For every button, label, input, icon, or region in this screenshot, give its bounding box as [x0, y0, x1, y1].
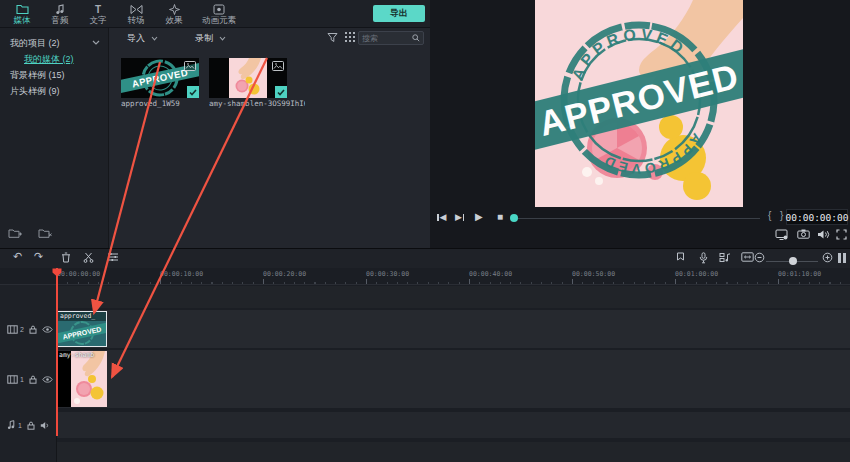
mark-out-button[interactable]: }	[780, 210, 783, 221]
ruler-label: 00:00:20:00	[263, 270, 306, 278]
playback-controls: ◀ ▶ ▶ ■ { } 00:00:00:00	[430, 209, 850, 227]
export-button[interactable]: 导出	[373, 5, 425, 22]
tab-elements[interactable]: 动画元素	[194, 1, 244, 25]
text-icon: T	[95, 4, 101, 15]
snapshot-camera-icon[interactable]	[797, 229, 810, 239]
zoom-out-icon[interactable]	[754, 252, 765, 263]
folder-icon	[16, 4, 29, 15]
transition-icon	[130, 4, 143, 15]
chevron-down-icon[interactable]	[92, 40, 100, 45]
media-panel: 导入 录制 搜索 APPROVED	[108, 28, 430, 248]
play-button[interactable]: ▶	[475, 211, 483, 223]
sidebar-item-my-project[interactable]: 我的项目 (2)	[0, 36, 108, 50]
playhead-line[interactable]	[56, 268, 58, 436]
timeline-zoom-thumb[interactable]	[789, 257, 797, 265]
next-frame-button[interactable]: ▶	[455, 211, 464, 223]
video-track-2-header: 2	[0, 321, 57, 337]
empty-track-lane-bottom[interactable]	[0, 442, 850, 462]
search-placeholder: 搜索	[362, 33, 378, 44]
previous-frame-button[interactable]: ◀	[437, 211, 446, 223]
grid-view-icon[interactable]	[345, 32, 355, 42]
fullscreen-icon[interactable]	[836, 229, 847, 240]
ruler-label: 00:00:30:00	[366, 270, 409, 278]
frame-bar	[437, 214, 439, 221]
undo-button[interactable]: ↶	[13, 250, 22, 263]
media-item-name: amy-shamblen-3OS99IhI6F	[209, 99, 305, 108]
display-device-icon[interactable]	[775, 229, 789, 241]
media-item-name: approved_1W59	[121, 99, 217, 108]
main-tabs: 媒体 音频 T 文字 转场 效果 动画元素	[4, 1, 244, 25]
app-window: 媒体 音频 T 文字 转场 效果 动画元素 导	[0, 0, 850, 462]
zoom-in-icon[interactable]	[822, 252, 833, 263]
lock-icon[interactable]	[29, 375, 37, 384]
sidebar-item-my-media[interactable]: 我的媒体 (2)	[0, 52, 108, 66]
record-button[interactable]: 录制	[195, 28, 226, 48]
delete-folder-icon[interactable]	[38, 228, 52, 239]
volume-speaker-icon[interactable]	[817, 229, 830, 240]
track-panes-icon[interactable]	[837, 252, 847, 264]
tab-text[interactable]: T 文字	[80, 1, 116, 25]
in-timeline-check-badge	[275, 86, 287, 98]
video-track-2-lane[interactable]	[0, 310, 850, 348]
import-button[interactable]: 导入	[127, 28, 158, 48]
tab-effects[interactable]: 效果	[156, 1, 192, 25]
music-note-icon	[55, 4, 66, 15]
ruler-label: 00:01:00:00	[675, 270, 718, 278]
folder-operations	[8, 228, 52, 239]
sidebar-item-intro-samples[interactable]: 片头样例 (9)	[0, 84, 108, 98]
lock-icon[interactable]	[29, 325, 37, 334]
tab-label: 音频	[52, 16, 69, 25]
clip-label: amy-shamb	[57, 351, 107, 360]
playhead-handle[interactable]	[52, 268, 62, 277]
preview-panel: APPROVED APPROVED APPROVED ◀ ▶ ▶ ■ { } 0…	[430, 0, 850, 248]
seek-bar[interactable]	[518, 218, 760, 219]
search-input[interactable]: 搜索	[358, 31, 424, 45]
mute-speaker-icon[interactable]	[40, 421, 50, 430]
eye-visibility-icon[interactable]	[42, 326, 53, 333]
seek-thumb[interactable]	[510, 214, 518, 222]
ruler-label: 00:00:00:00	[57, 270, 100, 278]
video-track-1-lane[interactable]	[0, 350, 850, 408]
eye-visibility-icon[interactable]	[42, 376, 53, 383]
tab-transition[interactable]: 转场	[118, 1, 154, 25]
tab-label: 转场	[128, 16, 145, 25]
delete-trash-icon[interactable]	[61, 252, 71, 263]
lock-icon[interactable]	[27, 421, 35, 430]
redo-button[interactable]: ↷	[34, 250, 43, 263]
top-tab-bar: 媒体 音频 T 文字 转场 效果 动画元素 导	[0, 0, 430, 28]
frame-bar	[463, 214, 465, 221]
tab-label: 文字	[90, 16, 107, 25]
audio-track-1-lane[interactable]	[0, 412, 850, 438]
mark-in-button[interactable]: {	[768, 210, 771, 221]
sidebar-item-label: 我的媒体 (2)	[24, 54, 74, 64]
effects-star-icon	[169, 4, 180, 15]
sidebar-item-background-samples[interactable]: 背景样例 (15)	[0, 68, 108, 82]
marker-flag-icon[interactable]	[676, 252, 685, 264]
voiceover-mic-icon[interactable]	[699, 252, 708, 264]
fit-to-timeline-icon[interactable]	[741, 252, 754, 262]
add-folder-icon[interactable]	[8, 228, 22, 239]
timeline-clip-approved[interactable]: approved_ APPROVED	[57, 311, 107, 347]
advanced-edit-icon[interactable]	[107, 252, 119, 262]
media-item-approved[interactable]: APPROVED	[121, 58, 199, 98]
tab-audio[interactable]: 音频	[42, 1, 78, 25]
ruler-label: 00:00:40:00	[469, 270, 512, 278]
empty-track-lane-top[interactable]	[0, 286, 850, 308]
sidebar-item-label: 片头样例 (9)	[10, 86, 60, 96]
tab-media[interactable]: 媒体	[4, 1, 40, 25]
filter-icon[interactable]	[327, 32, 338, 43]
timeline-ruler[interactable]: 00:00:00:00 00:00:10:00 00:00:20:00 00:0…	[0, 268, 850, 285]
timeline-clip-amy-shamblen[interactable]: amy-shamb	[57, 351, 107, 407]
split-scissors-icon[interactable]	[83, 252, 94, 263]
video-track-1-header: 1	[0, 371, 57, 387]
media-toolbar: 导入 录制 搜索	[109, 28, 431, 48]
track-number: 2	[20, 326, 24, 333]
sidebar-item-label: 我的项目 (2)	[10, 38, 60, 48]
audio-mixer-icon[interactable]	[719, 252, 731, 263]
chevron-down-icon	[151, 36, 158, 41]
media-item-amy-shamblen[interactable]	[209, 58, 287, 98]
current-timecode: 00:00:00:00	[786, 209, 848, 225]
film-track-icon: 1	[7, 375, 24, 384]
import-label: 导入	[127, 32, 145, 45]
stop-button[interactable]: ■	[497, 211, 503, 223]
